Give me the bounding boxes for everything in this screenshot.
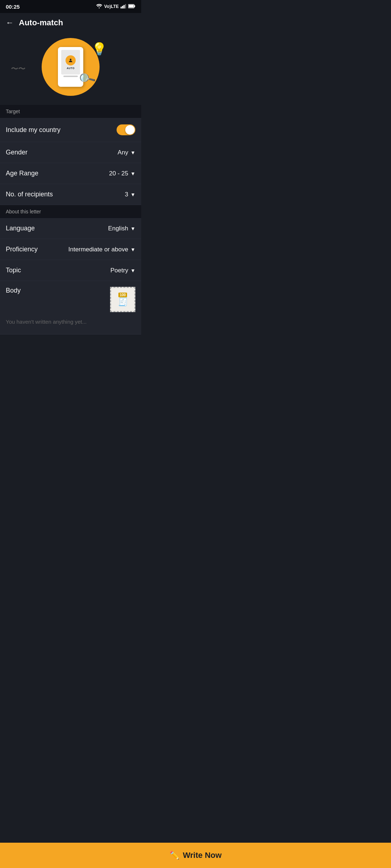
svg-rect-1 [122,6,123,8]
bulb-icon: 💡 [92,42,107,56]
status-time: 00:25 [6,4,20,10]
phone-container: AUTO 🔍 [58,47,83,87]
age-range-label: Age Range [6,170,38,177]
proficiency-row[interactable]: Proficiency Intermediate or above ▼ [0,239,141,260]
svg-rect-3 [125,4,126,8]
back-button[interactable]: ← [6,18,14,27]
bottom-padding [0,335,141,363]
language-label: Language [6,225,35,232]
status-icons: Vo)LTE [96,4,135,9]
header: ← Auto-match [0,13,141,33]
recipients-value: 3 [125,191,128,198]
topic-value: Poetry [110,267,128,274]
topic-label: Topic [6,267,21,274]
age-range-value: 20 - 25 [109,170,128,177]
phone-screen: AUTO [61,50,80,75]
language-chevron: ▼ [130,226,135,231]
topic-value-container: Poetry ▼ [110,267,135,274]
include-country-row: Include my country [0,118,141,142]
wifi-icon [96,4,102,9]
language-value-container: English ▼ [108,225,135,232]
bars-icon [121,4,126,9]
letter-section-label: About this letter [0,205,141,218]
proficiency-label: Proficiency [6,246,38,253]
svg-rect-5 [134,5,135,7]
page-title: Auto-match [19,18,63,27]
body-header: Body 100 🧾 [6,287,135,312]
language-value: English [108,225,128,232]
stamp-illustration: 100 🧾 [110,287,135,312]
topic-chevron: ▼ [130,268,135,273]
age-range-row[interactable]: Age Range 20 - 25 ▼ [0,163,141,184]
svg-rect-6 [129,5,134,8]
proficiency-value: Intermediate or above [68,246,128,253]
topic-row[interactable]: Topic Poetry ▼ [0,260,141,281]
phone-home-bar [63,76,78,77]
body-label: Body [6,287,21,294]
gender-value: Any [118,149,128,156]
body-section: Body 100 🧾 You haven't written anything … [0,281,141,335]
svg-rect-0 [121,7,122,9]
age-range-value-container: 20 - 25 ▼ [109,170,135,177]
target-section-label: Target [0,105,141,118]
svg-rect-2 [123,5,125,9]
wave-decoration: 〜〜 [11,64,25,74]
phone-auto-text: AUTO [67,67,75,69]
hero-phone: AUTO [58,47,83,87]
recipients-chevron: ▼ [130,192,135,197]
gender-value-container: Any ▼ [118,149,135,156]
gender-row[interactable]: Gender Any ▼ [0,142,141,163]
signal-icon: Vo)LTE [104,4,119,9]
gender-chevron: ▼ [130,150,135,156]
recipients-label: No. of recipients [6,191,53,198]
gender-label: Gender [6,149,28,156]
recipients-row[interactable]: No. of recipients 3 ▼ [0,184,141,205]
stamp-number: 100 [118,293,127,297]
hero-illustration: 〜〜 AUTO [0,33,141,105]
svg-point-7 [70,59,72,60]
hero-content: AUTO 🔍 💡 [42,38,100,96]
age-range-chevron: ▼ [130,171,135,176]
include-country-toggle[interactable] [117,124,135,135]
proficiency-chevron: ▼ [130,247,135,252]
proficiency-value-container: Intermediate or above ▼ [68,246,135,253]
phone-avatar [66,55,76,65]
language-row[interactable]: Language English ▼ [0,218,141,239]
toggle-knob [125,125,135,135]
hero-circle: AUTO 🔍 [42,38,100,96]
battery-icon [128,4,135,9]
include-country-label: Include my country [6,126,60,134]
status-bar: 00:25 Vo)LTE [0,0,141,13]
body-placeholder[interactable]: You haven't written anything yet... [6,316,135,331]
stamp-inner: 100 🧾 [118,293,128,307]
recipients-value-container: 3 ▼ [125,191,135,198]
stamp-figure-icon: 🧾 [118,297,128,307]
